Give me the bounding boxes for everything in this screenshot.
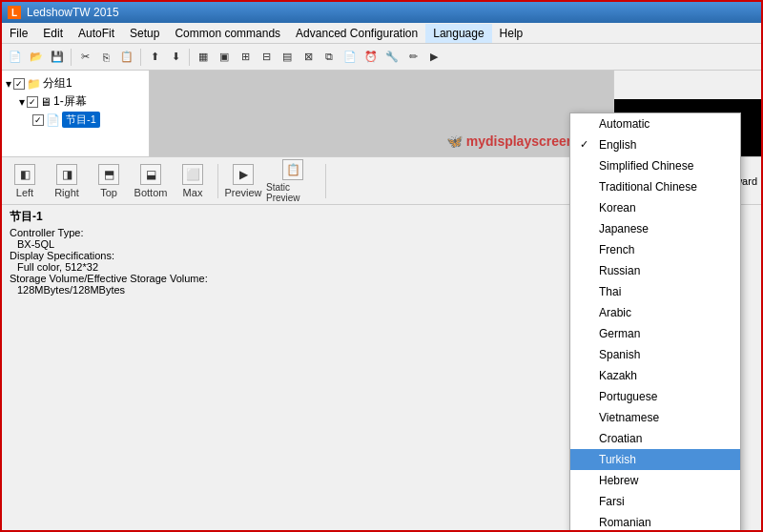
lang-thai[interactable]: Thai: [570, 281, 740, 302]
toolbar-sep-2: [140, 49, 141, 66]
toolbar-btn-2[interactable]: ▣: [215, 48, 234, 67]
toolbar-sep-3: [189, 49, 190, 66]
lang-croatian[interactable]: Croatian: [570, 428, 740, 449]
menu-file[interactable]: File: [2, 24, 35, 43]
btn-static-preview[interactable]: 📋 Static Preview: [266, 159, 320, 203]
node1-label: 节目-1: [62, 112, 100, 128]
lang-portuguese[interactable]: Portuguese: [570, 386, 740, 407]
lang-traditional-chinese[interactable]: Traditional Chinese: [570, 176, 740, 197]
preview-label: Preview: [224, 187, 261, 198]
title-bar-text: LedshowTW 2015: [27, 6, 119, 19]
toolbar-open[interactable]: 📂: [27, 48, 46, 67]
language-dropdown[interactable]: Automatic English Simplified Chinese Tra…: [569, 113, 741, 532]
left-label: Left: [16, 187, 33, 198]
lang-korean[interactable]: Korean: [570, 197, 740, 218]
tree-screen1[interactable]: ▾ ✓ 🖥 1-屏幕: [19, 92, 145, 111]
lang-farsi[interactable]: Farsi: [570, 491, 740, 512]
bottom-sep-2: [325, 164, 326, 198]
left-panel-container: ▾ ✓ 📁 分组1 ▾ ✓ 🖥 1-屏幕 ✓ 📄 节目-1: [2, 71, 150, 156]
main-area: ▾ ✓ 📁 分组1 ▾ ✓ 🖥 1-屏幕 ✓ 📄 节目-1: [2, 71, 761, 299]
max-icon: ⬜: [182, 164, 203, 185]
bottom-sep-1: [217, 164, 218, 198]
menu-advanced-config[interactable]: Advanced Configuration: [288, 24, 425, 43]
toolbar-save[interactable]: 💾: [48, 48, 67, 67]
toolbar-up[interactable]: ⬆: [145, 48, 164, 67]
expand-icon-screen1: ▾: [19, 95, 25, 109]
checkbox-group1[interactable]: ✓: [13, 78, 25, 90]
lang-vietnamese[interactable]: Vietnamese: [570, 407, 740, 428]
lang-arabic[interactable]: Arabic: [570, 302, 740, 323]
toolbar-btn-4[interactable]: ⊟: [257, 48, 276, 67]
toolbar-paste[interactable]: 📋: [117, 48, 136, 67]
lang-spanish[interactable]: Spanish: [570, 344, 740, 365]
toolbar: 📄 📂 💾 ✂ ⎘ 📋 ⬆ ⬇ ▦ ▣ ⊞ ⊟ ▤ ⊠ ⧉ 📄 ⏰ 🔧 ✏ ▶: [2, 44, 761, 71]
toolbar-copy[interactable]: ⎘: [96, 48, 115, 67]
menu-autofit[interactable]: AutoFit: [71, 24, 122, 43]
lang-automatic[interactable]: Automatic: [570, 113, 740, 134]
expand-icon-group1: ▾: [6, 77, 11, 91]
menu-edit[interactable]: Edit: [35, 24, 71, 43]
lang-kazakh[interactable]: Kazakh: [570, 365, 740, 386]
top-icon: ⬒: [98, 164, 119, 185]
toolbar-btn-11[interactable]: ✏: [403, 48, 423, 67]
bottom-icon: ⬓: [140, 164, 161, 185]
tree-node1[interactable]: ✓ 📄 节目-1: [32, 111, 145, 129]
screen1-label: 1-屏幕: [53, 93, 87, 110]
menu-common-commands[interactable]: Common commands: [167, 24, 288, 43]
butterfly-icon: 🦋: [446, 133, 466, 149]
toolbar-btn-12[interactable]: ▶: [424, 48, 443, 67]
toolbar-btn-1[interactable]: ▦: [194, 48, 213, 67]
toolbar-btn-8[interactable]: 📄: [340, 48, 360, 67]
menu-bar: File Edit AutoFit Setup Common commands …: [2, 23, 761, 44]
menu-language[interactable]: Language: [425, 24, 491, 43]
group1-label: 分组1: [43, 75, 72, 92]
toolbar-cut[interactable]: ✂: [75, 48, 94, 67]
max-label: Max: [183, 187, 203, 198]
static-preview-label: Static Preview: [266, 182, 320, 203]
static-preview-icon: 📋: [282, 159, 303, 180]
lang-french[interactable]: French: [570, 239, 740, 260]
btn-bottom[interactable]: ⬓ Bottom: [132, 164, 170, 198]
lang-russian[interactable]: Russian: [570, 260, 740, 281]
lang-simplified-chinese[interactable]: Simplified Chinese: [570, 155, 740, 176]
checkbox-node1[interactable]: ✓: [32, 114, 44, 126]
toolbar-btn-3[interactable]: ⊞: [236, 48, 255, 67]
toolbar-new[interactable]: 📄: [6, 48, 25, 67]
tree-panel: ▾ ✓ 📁 分组1 ▾ ✓ 🖥 1-屏幕 ✓ 📄 节目-1: [2, 71, 150, 156]
lang-english[interactable]: English: [570, 134, 740, 155]
lang-turkish[interactable]: Turkish: [570, 449, 740, 470]
lang-german[interactable]: German: [570, 323, 740, 344]
lang-hebrew[interactable]: Hebrew: [570, 470, 740, 491]
toolbar-btn-10[interactable]: 🔧: [382, 48, 402, 67]
toolbar-down[interactable]: ⬇: [166, 48, 185, 67]
btn-right[interactable]: ◨ Right: [48, 164, 86, 198]
top-label: Top: [100, 187, 117, 198]
content-row: ▾ ✓ 📁 分组1 ▾ ✓ 🖥 1-屏幕 ✓ 📄 节目-1: [2, 71, 761, 156]
menu-setup[interactable]: Setup: [122, 24, 167, 43]
toolbar-btn-6[interactable]: ⊠: [299, 48, 318, 67]
btn-preview[interactable]: ▶ Preview: [224, 164, 262, 198]
center-canvas: Automatic English Simplified Chinese Tra…: [150, 71, 613, 156]
monitor-icon: 🖥: [40, 95, 52, 109]
right-label: Right: [54, 187, 79, 198]
menu-help[interactable]: Help: [492, 24, 531, 43]
tree-group1[interactable]: ▾ ✓ 📁 分组1: [6, 74, 145, 92]
node-icon: 📄: [46, 113, 60, 127]
btn-top[interactable]: ⬒ Top: [90, 164, 128, 198]
folder-icon-group1: 📁: [27, 77, 41, 91]
toolbar-sep-1: [71, 49, 72, 66]
btn-left[interactable]: ◧ Left: [6, 164, 44, 198]
right-icon: ◨: [56, 164, 77, 185]
app-icon: L: [8, 6, 21, 19]
left-icon: ◧: [14, 164, 35, 185]
preview-icon: ▶: [233, 164, 254, 185]
toolbar-btn-5[interactable]: ▤: [278, 48, 297, 67]
lang-romanian[interactable]: Romanian: [570, 512, 740, 532]
toolbar-btn-9[interactable]: ⏰: [361, 48, 381, 67]
checkbox-screen1[interactable]: ✓: [27, 96, 38, 108]
lang-japanese[interactable]: Japanese: [570, 218, 740, 239]
toolbar-btn-7[interactable]: ⧉: [320, 48, 339, 67]
btn-max[interactable]: ⬜ Max: [174, 164, 212, 198]
title-bar: L LedshowTW 2015: [2, 2, 761, 23]
bottom-label: Bottom: [134, 187, 168, 198]
